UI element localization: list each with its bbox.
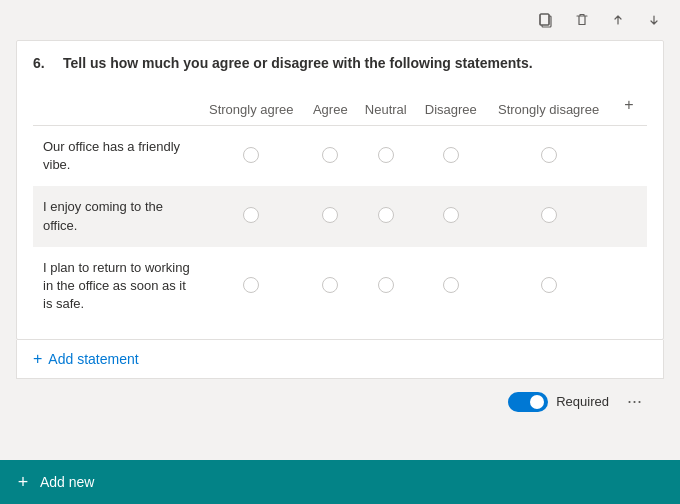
copy-icon[interactable] bbox=[532, 6, 560, 34]
radio-cell bbox=[198, 186, 305, 246]
col-header-neutral: Neutral bbox=[356, 85, 415, 126]
question-block: 6. Tell us how much you agree or disagre… bbox=[16, 40, 664, 340]
radio-button[interactable] bbox=[243, 277, 259, 293]
radio-cell bbox=[416, 126, 487, 187]
col-header-agree: Agree bbox=[305, 85, 357, 126]
question-text: Tell us how much you agree or disagree w… bbox=[63, 55, 533, 71]
radio-button[interactable] bbox=[541, 147, 557, 163]
statement-cell: Our office has a friendly vibe. bbox=[33, 126, 198, 187]
radio-cell bbox=[305, 186, 357, 246]
radio-button[interactable] bbox=[243, 207, 259, 223]
question-header: 6. Tell us how much you agree or disagre… bbox=[33, 55, 647, 71]
table-row: Our office has a friendly vibe. bbox=[33, 126, 647, 187]
add-column-button[interactable]: + bbox=[617, 93, 641, 117]
radio-button[interactable] bbox=[443, 277, 459, 293]
move-down-icon[interactable] bbox=[640, 6, 668, 34]
col-header-statement bbox=[33, 85, 198, 126]
radio-cell bbox=[198, 247, 305, 326]
radio-cell bbox=[416, 186, 487, 246]
radio-cell bbox=[416, 247, 487, 326]
question-number: 6. bbox=[33, 55, 53, 71]
radio-button[interactable] bbox=[243, 147, 259, 163]
radio-button[interactable] bbox=[378, 207, 394, 223]
delete-icon[interactable] bbox=[568, 6, 596, 34]
svg-rect-1 bbox=[540, 14, 549, 25]
more-options-button[interactable]: ··· bbox=[621, 389, 648, 414]
add-statement-button[interactable]: + Add statement bbox=[16, 340, 664, 379]
radio-cell bbox=[198, 126, 305, 187]
col-header-disagree: Disagree bbox=[416, 85, 487, 126]
radio-button[interactable] bbox=[443, 207, 459, 223]
radio-button[interactable] bbox=[541, 207, 557, 223]
add-new-plus-icon: + bbox=[14, 473, 32, 491]
table-row: I enjoy coming to the office. bbox=[33, 186, 647, 246]
add-statement-label: Add statement bbox=[48, 351, 138, 367]
radio-button[interactable] bbox=[322, 277, 338, 293]
radio-button[interactable] bbox=[322, 147, 338, 163]
move-up-icon[interactable] bbox=[604, 6, 632, 34]
required-toggle-container: Required bbox=[508, 392, 609, 412]
radio-button[interactable] bbox=[443, 147, 459, 163]
table-row: I plan to return to working in the offic… bbox=[33, 247, 647, 326]
required-label: Required bbox=[556, 394, 609, 409]
footer-row: Required ··· bbox=[16, 379, 664, 424]
bottom-bar[interactable]: + Add new bbox=[0, 460, 680, 504]
radio-cell bbox=[305, 126, 357, 187]
radio-button[interactable] bbox=[378, 277, 394, 293]
col-header-strongly-agree: Strongly agree bbox=[198, 85, 305, 126]
radio-cell bbox=[356, 247, 415, 326]
add-new-button[interactable]: + Add new bbox=[14, 473, 94, 491]
radio-cell bbox=[305, 247, 357, 326]
add-new-label: Add new bbox=[40, 474, 94, 490]
col-header-strongly-disagree: Strongly disagree bbox=[486, 85, 611, 126]
main-content: 6. Tell us how much you agree or disagre… bbox=[0, 40, 680, 460]
radio-cell bbox=[356, 126, 415, 187]
row-spacer bbox=[611, 126, 647, 187]
radio-cell bbox=[356, 186, 415, 246]
radio-button[interactable] bbox=[322, 207, 338, 223]
toolbar bbox=[0, 0, 680, 40]
required-toggle[interactable] bbox=[508, 392, 548, 412]
add-statement-plus: + bbox=[33, 350, 42, 368]
radio-button[interactable] bbox=[378, 147, 394, 163]
add-column-cell: + bbox=[611, 85, 647, 126]
row-spacer bbox=[611, 247, 647, 326]
likert-table: Strongly agree Agree Neutral Disagree St… bbox=[33, 85, 647, 325]
radio-cell bbox=[486, 126, 611, 187]
radio-cell bbox=[486, 247, 611, 326]
radio-button[interactable] bbox=[541, 277, 557, 293]
statement-cell: I enjoy coming to the office. bbox=[33, 186, 198, 246]
statement-cell: I plan to return to working in the offic… bbox=[33, 247, 198, 326]
row-spacer bbox=[611, 186, 647, 246]
radio-cell bbox=[486, 186, 611, 246]
